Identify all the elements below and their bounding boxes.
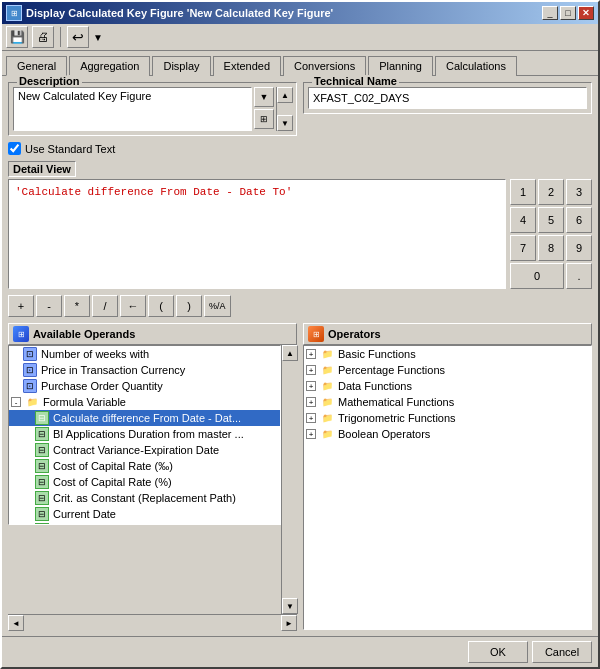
num-9-button[interactable]: 9 — [566, 235, 592, 261]
folder-item[interactable]: + 📁 Data Functions — [304, 378, 591, 394]
available-operands-icon: ⊞ — [13, 326, 29, 342]
num-8-button[interactable]: 8 — [538, 235, 564, 261]
scroll-down[interactable]: ▼ — [282, 598, 298, 614]
scroll-right[interactable]: ► — [281, 615, 297, 631]
operands-hscrollbar[interactable]: ◄ ► — [8, 614, 297, 630]
list-item[interactable]: ⊡ Number of weeks with — [9, 346, 280, 362]
list-item[interactable]: ⊟ Cost of Capital Rate (‰) — [9, 458, 280, 474]
save-button[interactable]: 💾 — [6, 26, 28, 48]
maximize-button[interactable]: □ — [560, 6, 576, 20]
available-operands-tree[interactable]: ⊡ Number of weeks with ⊡ Price in Transa… — [8, 345, 281, 525]
folder-icon: 📁 — [320, 395, 334, 409]
tab-general[interactable]: General — [6, 56, 67, 76]
calc-icon: ⊟ — [35, 443, 49, 457]
footer: OK Cancel — [2, 636, 598, 667]
scroll-left[interactable]: ◄ — [8, 615, 24, 631]
folder-item[interactable]: + 📁 Trigonometric Functions — [304, 410, 591, 426]
cancel-button[interactable]: Cancel — [532, 641, 592, 663]
description-input[interactable]: New Calculated Key Figure — [13, 87, 252, 131]
expand-icon[interactable]: + — [306, 349, 316, 359]
num-2-button[interactable]: 2 — [538, 179, 564, 205]
list-item[interactable]: ⊟ Current Date — [9, 506, 280, 522]
expand-icon[interactable]: + — [306, 413, 316, 423]
num-5-button[interactable]: 5 — [538, 207, 564, 233]
bottom-panels: ⊞ Available Operands ⊡ Number of weeks w… — [8, 323, 592, 630]
scroll-up[interactable]: ▲ — [277, 87, 293, 103]
undo-button[interactable]: ↩ — [67, 26, 89, 48]
left-paren-button[interactable]: ( — [148, 295, 174, 317]
list-item[interactable]: ⊟ Contract Variance-Expiration Date — [9, 442, 280, 458]
description-extra-btn[interactable]: ⊞ — [254, 109, 274, 129]
scroll-down[interactable]: ▼ — [277, 115, 293, 131]
folder-item[interactable]: + 📁 Boolean Operators — [304, 426, 591, 442]
list-item[interactable]: ⊡ Price in Transaction Currency — [9, 362, 280, 378]
num-4-button[interactable]: 4 — [510, 207, 536, 233]
folder-item[interactable]: - 📁 Formula Variable — [9, 394, 280, 410]
main-window: ⊞ Display Calculated Key Figure 'New Cal… — [0, 0, 600, 669]
toolbar: 💾 🖨 ↩ ▼ — [2, 24, 598, 51]
tab-conversions[interactable]: Conversions — [283, 56, 366, 76]
item-label: Cost of Capital Rate (%) — [53, 476, 172, 488]
item-label: Current Period of Fiscal Year (Formul... — [53, 524, 244, 525]
num-6-button[interactable]: 6 — [566, 207, 592, 233]
tab-display[interactable]: Display — [152, 56, 210, 76]
print-button[interactable]: 🖨 — [32, 26, 54, 48]
minimize-button[interactable]: _ — [542, 6, 558, 20]
minus-button[interactable]: - — [36, 295, 62, 317]
calc-icon: ⊟ — [35, 507, 49, 521]
technical-name-input[interactable] — [308, 87, 587, 109]
expand-icon[interactable]: - — [11, 397, 21, 407]
description-section: Description New Calculated Key Figure ▼ … — [8, 82, 297, 136]
list-item[interactable]: ⊟ Current Period of Fiscal Year (Formul.… — [9, 522, 280, 525]
expand-icon[interactable]: + — [306, 429, 316, 439]
num-1-button[interactable]: 1 — [510, 179, 536, 205]
list-item[interactable]: ⊟ Calculate difference From Date - Dat..… — [9, 410, 280, 426]
num-0-button[interactable]: 0 — [510, 263, 564, 289]
list-item[interactable]: ⊟ BI Applications Duration from master .… — [9, 426, 280, 442]
tab-extended[interactable]: Extended — [213, 56, 281, 76]
divide-button[interactable]: / — [92, 295, 118, 317]
available-operands-title: Available Operands — [33, 328, 135, 340]
plus-button[interactable]: + — [8, 295, 34, 317]
description-scrollbar[interactable]: ▲ ▼ — [276, 87, 292, 131]
multiply-button[interactable]: * — [64, 295, 90, 317]
formula-input[interactable]: 'Calculate difference From Date - Date T… — [8, 179, 506, 289]
description-input-wrapper: New Calculated Key Figure ▼ ⊞ ▲ ▼ — [13, 87, 292, 131]
close-button[interactable]: ✕ — [578, 6, 594, 20]
folder-icon: 📁 — [320, 363, 334, 377]
num-3-button[interactable]: 3 — [566, 179, 592, 205]
calc-icon: ⊟ — [35, 459, 49, 473]
right-paren-button[interactable]: ) — [176, 295, 202, 317]
list-item[interactable]: ⊟ Crit. as Constant (Replacement Path) — [9, 490, 280, 506]
item-label: Contract Variance-Expiration Date — [53, 444, 219, 456]
folder-item[interactable]: + 📁 Basic Functions — [304, 346, 591, 362]
tab-planning[interactable]: Planning — [368, 56, 433, 76]
folder-item[interactable]: + 📁 Mathematical Functions — [304, 394, 591, 410]
folder-icon: 📁 — [320, 347, 334, 361]
ok-button[interactable]: OK — [468, 641, 528, 663]
num-7-button[interactable]: 7 — [510, 235, 536, 261]
decimal-button[interactable]: . — [566, 263, 592, 289]
operators-tree[interactable]: + 📁 Basic Functions + 📁 Percentage Funct… — [303, 345, 592, 630]
description-dropdown-btn[interactable]: ▼ — [254, 87, 274, 107]
expand-icon[interactable]: + — [306, 365, 316, 375]
tab-calculations[interactable]: Calculations — [435, 56, 517, 76]
item-label: Price in Transaction Currency — [41, 364, 185, 376]
operators-header: ⊞ Operators — [303, 323, 592, 345]
folder-item[interactable]: + 📁 Percentage Functions — [304, 362, 591, 378]
hscroll-track — [24, 615, 281, 630]
item-label: Crit. as Constant (Replacement Path) — [53, 492, 236, 504]
list-item[interactable]: ⊟ Cost of Capital Rate (%) — [9, 474, 280, 490]
folder-icon: 📁 — [320, 411, 334, 425]
use-standard-text-checkbox[interactable] — [8, 142, 21, 155]
technical-name-section: Technical Name — [303, 82, 592, 136]
scroll-up[interactable]: ▲ — [282, 345, 298, 361]
tab-aggregation[interactable]: Aggregation — [69, 56, 150, 76]
expand-icon[interactable]: + — [306, 397, 316, 407]
operands-vscrollbar[interactable]: ▲ ▼ — [281, 345, 297, 614]
percent-button[interactable]: %/A — [204, 295, 231, 317]
backspace-button[interactable]: ← — [120, 295, 146, 317]
expand-icon[interactable]: + — [306, 381, 316, 391]
tab-content: Description New Calculated Key Figure ▼ … — [2, 75, 598, 636]
list-item[interactable]: ⊡ Purchase Order Quantity — [9, 378, 280, 394]
